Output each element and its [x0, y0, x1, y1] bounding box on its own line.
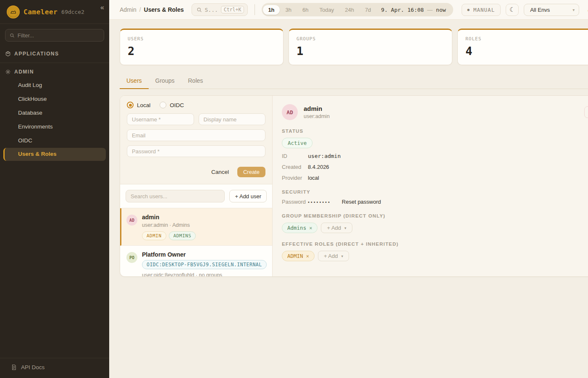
remove-icon[interactable]: ×: [309, 225, 312, 231]
radio-local-label: Local: [137, 102, 150, 108]
stat-card-roles: ROLES 4: [457, 29, 588, 65]
tab-users[interactable]: Users: [120, 74, 149, 89]
dark-mode-toggle[interactable]: ☾: [506, 4, 519, 16]
field-value: local: [308, 175, 319, 181]
cancel-button[interactable]: Cancel: [211, 169, 229, 175]
refresh-mode-button[interactable]: ● MANUAL: [462, 4, 501, 16]
stats-row: USERS 2 GROUPS 1 ROLES 4: [120, 29, 588, 65]
stat-value: 4: [465, 45, 588, 58]
password-label: Password: [282, 199, 308, 205]
camel-logo-icon: [7, 5, 20, 18]
collapse-sidebar-icon[interactable]: «: [100, 4, 104, 11]
sidebar-section-label: ADMIN: [14, 69, 34, 75]
cube-icon: [5, 51, 11, 57]
sidebar-section-label: APPLICATIONS: [14, 51, 59, 57]
sidebar-item-clickhouse[interactable]: ClickHouse: [3, 93, 106, 106]
delete-user-button[interactable]: Delete: [584, 106, 588, 118]
sidebar-item-users-roles[interactable]: Users & Roles: [3, 148, 106, 161]
add-group-button[interactable]: + Add ▾: [321, 223, 352, 233]
search-users-input[interactable]: [126, 190, 225, 202]
user-name: admin: [142, 214, 196, 220]
email-field[interactable]: [127, 129, 265, 141]
time-range-today[interactable]: Today: [314, 5, 339, 15]
group-chips-row: Admins × + Add ▾: [282, 223, 588, 233]
time-range-6h[interactable]: 6h: [297, 5, 313, 15]
stat-value: 1: [297, 45, 444, 58]
breadcrumb-parent[interactable]: Admin: [120, 6, 136, 13]
field-value: user:admin: [308, 153, 341, 159]
time-range-display[interactable]: 9. Apr. 16:08 — now: [377, 7, 452, 13]
search-placeholder-text: S...: [205, 7, 218, 13]
stat-card-groups: GROUPS 1: [289, 29, 452, 65]
sidebar-section-admin[interactable]: ADMIN: [0, 66, 109, 78]
chevron-down-icon: ▾: [341, 254, 344, 258]
search-icon: [10, 33, 15, 38]
document-icon: [11, 364, 17, 370]
user-item-body: admin user:admin · Admins ADMIN ADMINS: [142, 214, 196, 240]
user-list-item-admin[interactable]: AD admin user:admin · Admins ADMIN ADMIN…: [120, 208, 272, 246]
password-masked-value: ••••••••: [308, 200, 331, 205]
build-id: 69dcce2: [61, 9, 84, 15]
oidc-provider-badge: OIDC:DESKTOP-FB5VGJ9.SIEGELN.INTERNAL: [142, 260, 267, 269]
effective-roles-heading: EFFECTIVE ROLES (DIRECT + INHERITED): [282, 242, 588, 247]
time-separator: —: [427, 7, 433, 13]
radio-unselected-icon: [160, 102, 166, 108]
field-label: Provider: [282, 175, 308, 181]
group-chip-admins[interactable]: Admins ×: [282, 223, 318, 233]
user-list-item-platform-owner[interactable]: PO Platform Owner OIDC:DESKTOP-FB5VGJ9.S…: [120, 246, 272, 276]
time-to: now: [436, 7, 446, 13]
sidebar-item-oidc[interactable]: OIDC: [3, 134, 106, 147]
sidebar-section-applications[interactable]: APPLICATIONS: [0, 47, 109, 60]
add-user-button[interactable]: + Add user: [229, 190, 267, 202]
sidebar-item-audit-log[interactable]: Audit Log: [3, 79, 106, 92]
display-name-field[interactable]: [199, 113, 266, 125]
sidebar-api-docs[interactable]: API Docs: [0, 358, 109, 378]
sidebar-item-database[interactable]: Database: [3, 107, 106, 120]
user-item-body: Platform Owner OIDC:DESKTOP-FB5VGJ9.SIEG…: [142, 251, 267, 276]
topbar: Admin / Users & Roles S... Ctrl+K 1h 3h …: [109, 0, 588, 20]
password-row: Password •••••••• Reset password: [282, 199, 588, 205]
moon-icon: ☾: [509, 6, 515, 13]
stat-value: 2: [128, 45, 276, 58]
environment-select[interactable]: All Envs ▾: [524, 4, 579, 16]
tab-groups[interactable]: Groups: [149, 74, 181, 89]
page-content: USERS 2 GROUPS 1 ROLES 4 Users Groups Ro…: [109, 20, 588, 378]
time-from: 9. Apr. 16:08: [381, 7, 424, 13]
refresh-mode-label: MANUAL: [473, 7, 495, 13]
create-button[interactable]: Create: [237, 167, 265, 177]
sidebar-filter[interactable]: [5, 29, 104, 42]
security-heading: SECURITY: [282, 189, 588, 194]
time-range-1h[interactable]: 1h: [263, 5, 279, 15]
detail-field-created: Created 8.4.2026: [282, 164, 588, 170]
add-role-button[interactable]: + Add ▾: [318, 251, 349, 261]
radio-local[interactable]: Local: [127, 102, 150, 108]
group-badge: ADMINS: [169, 231, 196, 240]
time-range-7d[interactable]: 7d: [360, 5, 376, 15]
radio-oidc[interactable]: OIDC: [160, 102, 184, 108]
main-column: Admin / Users & Roles S... Ctrl+K 1h 3h …: [109, 0, 588, 378]
search-shortcut-kbd: Ctrl+K: [221, 6, 244, 13]
add-label: + Add: [324, 253, 338, 259]
role-badge: ADMIN: [142, 231, 166, 240]
global-search-button[interactable]: S... Ctrl+K: [192, 3, 248, 16]
reset-password-button[interactable]: Reset password: [342, 199, 381, 205]
time-range-24h[interactable]: 24h: [340, 5, 359, 15]
password-field[interactable]: [127, 145, 265, 157]
provider-radio-group: Local OIDC: [127, 102, 265, 108]
group-membership-heading: GROUP MEMBERSHIP (DIRECT ONLY): [282, 213, 588, 218]
chevron-down-icon: ▾: [344, 226, 346, 230]
sidebar-item-environments[interactable]: Environments: [3, 121, 106, 134]
time-range-3h[interactable]: 3h: [281, 5, 297, 15]
sidebar-filter-input[interactable]: [18, 32, 100, 39]
field-value: 8.4.2026: [308, 164, 329, 170]
sidebar-divider: [0, 63, 109, 63]
stat-card-users: USERS 2: [120, 29, 284, 65]
tab-bar: Users Groups Roles: [120, 74, 588, 89]
status-dot-icon: ●: [467, 8, 470, 12]
role-chip-admin[interactable]: ADMIN ×: [282, 251, 315, 261]
remove-icon[interactable]: ×: [306, 253, 309, 259]
username-field[interactable]: [127, 113, 194, 125]
stat-label: USERS: [128, 36, 276, 42]
tab-roles[interactable]: Roles: [181, 74, 210, 89]
user-badges: ADMIN ADMINS: [142, 231, 196, 240]
